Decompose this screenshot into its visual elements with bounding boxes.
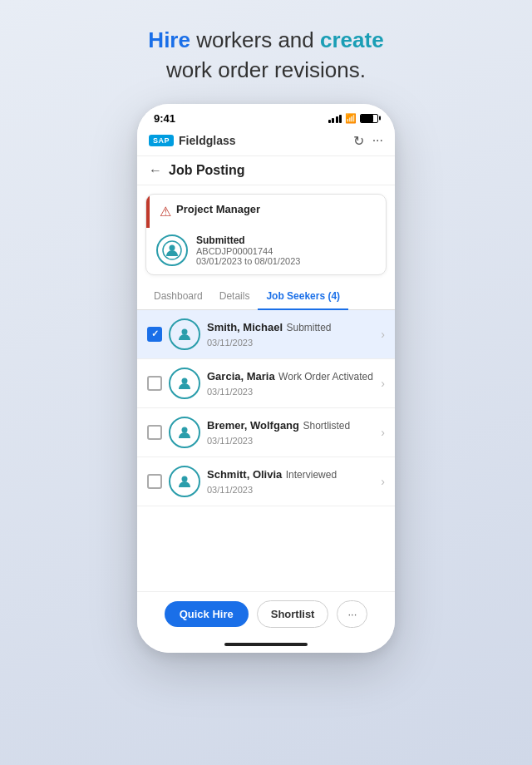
seeker-row[interactable]: Bremer, Wolfgang Shortlisted 03/11/2023 …: [137, 408, 395, 457]
status-bar: 9:41 📶: [137, 104, 395, 130]
warning-icon: ⚠: [160, 204, 171, 220]
seeker-date-4: 03/11/2023: [207, 485, 253, 495]
seeker-avatar-1: [169, 318, 200, 350]
status-time: 9:41: [154, 112, 175, 125]
home-indicator: [137, 638, 395, 653]
seeker-date-2: 03/11/2023: [207, 387, 253, 397]
job-dates: 03/01/2023 to 08/01/2023: [196, 256, 300, 266]
more-actions-button[interactable]: ···: [337, 600, 367, 628]
tabs-bar: Dashboard Details Job Seekers (4): [137, 284, 395, 310]
seeker-avatar-3: [169, 417, 200, 448]
chevron-icon-4: ›: [381, 475, 385, 488]
more-options-icon[interactable]: ···: [372, 133, 383, 148]
seeker-name-4: Schmitt, Olivia: [207, 468, 282, 481]
refresh-icon[interactable]: ↻: [353, 133, 364, 149]
seeker-status-1: Submitted: [286, 322, 331, 333]
chevron-icon-2: ›: [381, 377, 385, 390]
seeker-checkbox-1[interactable]: [147, 327, 162, 342]
svg-point-3: [182, 378, 188, 383]
signal-icon: [328, 114, 342, 123]
seeker-info-4: Schmitt, Olivia Interviewed 03/11/2023: [207, 466, 374, 496]
hire-word: Hire: [148, 27, 190, 52]
app-actions: ↻ ···: [353, 133, 383, 149]
sap-badge: SAP: [149, 135, 174, 146]
job-card-info: Submitted ABCDJP00001744 03/01/2023 to 0…: [196, 234, 300, 266]
seeker-date-1: 03/11/2023: [207, 338, 253, 348]
job-avatar: [156, 234, 188, 266]
seeker-row[interactable]: Schmitt, Olivia Interviewed 03/11/2023 ›: [137, 457, 395, 506]
home-bar: [224, 643, 308, 646]
svg-point-5: [182, 476, 188, 481]
job-card-body: Submitted ABCDJP00001744 03/01/2023 to 0…: [146, 228, 386, 274]
seeker-status-4: Interviewed: [286, 469, 337, 481]
svg-point-2: [182, 328, 188, 334]
seeker-checkbox-3[interactable]: [147, 425, 162, 440]
tab-dashboard[interactable]: Dashboard: [145, 284, 211, 310]
seeker-checkbox-2[interactable]: [147, 376, 162, 391]
status-icons: 📶: [328, 113, 379, 124]
job-status: Submitted: [196, 234, 300, 246]
svg-point-1: [170, 244, 175, 250]
seeker-info-2: Garcia, Maria Work Order Activated 03/11…: [207, 368, 374, 398]
tab-job-seekers[interactable]: Job Seekers (4): [258, 284, 348, 310]
seeker-info-1: Smith, Michael Submitted 03/11/2023: [207, 319, 374, 349]
job-card-header: ⚠ Project Manager: [146, 195, 386, 228]
svg-point-4: [182, 427, 188, 432]
app-name: Fieldglass: [179, 134, 235, 147]
seeker-avatar-4: [169, 466, 200, 497]
page-title: Job Posting: [169, 163, 245, 178]
quick-hire-button[interactable]: Quick Hire: [165, 601, 249, 627]
battery-icon: [360, 114, 378, 123]
wifi-icon: 📶: [345, 113, 357, 124]
phone-frame: 9:41 📶 SAP Fieldglass ↻ ··· ← Job Post: [137, 104, 395, 653]
headline-line2: work order revisions.: [148, 55, 383, 85]
sap-logo: SAP Fieldglass: [149, 134, 235, 147]
shortlist-button[interactable]: Shortlist: [257, 600, 329, 628]
chevron-icon-1: ›: [381, 328, 385, 341]
app-header: SAP Fieldglass ↻ ···: [137, 130, 395, 156]
seeker-status-2: Work Order Activated: [278, 371, 373, 382]
seekers-list: Smith, Michael Submitted 03/11/2023 › Ga…: [137, 310, 395, 591]
job-card-title: Project Manager: [176, 203, 260, 215]
tab-details[interactable]: Details: [211, 284, 259, 310]
bottom-action-bar: Quick Hire Shortlist ···: [137, 591, 395, 638]
seeker-row[interactable]: Smith, Michael Submitted 03/11/2023 ›: [137, 310, 395, 359]
seeker-name-1: Smith, Michael: [207, 321, 283, 333]
seeker-avatar-2: [169, 368, 200, 399]
seeker-row[interactable]: Garcia, Maria Work Order Activated 03/11…: [137, 359, 395, 408]
job-id: ABCDJP00001744: [196, 246, 300, 256]
back-button[interactable]: ←: [149, 163, 162, 178]
seeker-status-3: Shortlisted: [303, 420, 350, 432]
page-title-bar: ← Job Posting: [137, 156, 395, 185]
seeker-info-3: Bremer, Wolfgang Shortlisted 03/11/2023: [207, 417, 374, 447]
seeker-name-2: Garcia, Maria: [207, 370, 275, 382]
chevron-icon-3: ›: [381, 426, 385, 439]
seeker-checkbox-4[interactable]: [147, 474, 162, 489]
seeker-date-3: 03/11/2023: [207, 436, 253, 446]
job-card: ⚠ Project Manager Submitted ABCDJP000017…: [145, 194, 387, 275]
headline: Hire workers and create work order revis…: [148, 25, 383, 86]
seeker-name-3: Bremer, Wolfgang: [207, 419, 299, 432]
create-word: create: [320, 27, 384, 52]
